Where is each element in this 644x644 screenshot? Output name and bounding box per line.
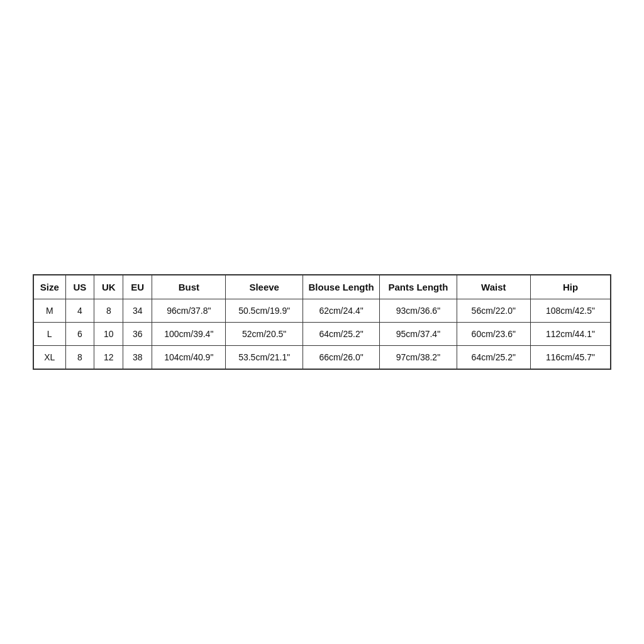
- cell-bust-row2: 104cm/40.9": [152, 346, 226, 370]
- header-uk: UK: [94, 275, 123, 299]
- header-us: US: [65, 275, 94, 299]
- cell-blouse_length-row1: 64cm/25.2": [303, 323, 379, 346]
- cell-pants_length-row2: 97cm/38.2": [380, 346, 457, 370]
- cell-uk-row1: 10: [94, 323, 123, 346]
- header-hip: Hip: [530, 275, 611, 299]
- cell-size-row1: L: [33, 323, 65, 346]
- cell-waist-row1: 60cm/23.6": [457, 323, 530, 346]
- size-chart-container: Size US UK EU Bust Sleeve Blouse Length …: [33, 274, 611, 370]
- cell-waist-row0: 56cm/22.0": [457, 299, 530, 323]
- size-chart-table: Size US UK EU Bust Sleeve Blouse Length …: [33, 274, 611, 370]
- cell-hip-row1: 112cm/44.1": [530, 323, 611, 346]
- cell-pants_length-row0: 93cm/36.6": [380, 299, 457, 323]
- cell-waist-row2: 64cm/25.2": [457, 346, 530, 370]
- header-size: Size: [33, 275, 65, 299]
- cell-size-row0: M: [33, 299, 65, 323]
- cell-eu-row1: 36: [123, 323, 152, 346]
- header-eu: EU: [123, 275, 152, 299]
- header-bust: Bust: [152, 275, 226, 299]
- table-row: XL81238104cm/40.9"53.5cm/21.1"66cm/26.0"…: [33, 346, 611, 370]
- header-blouse-length: Blouse Length: [303, 275, 379, 299]
- header-sleeve: Sleeve: [226, 275, 303, 299]
- cell-eu-row0: 34: [123, 299, 152, 323]
- cell-us-row2: 8: [65, 346, 94, 370]
- cell-eu-row2: 38: [123, 346, 152, 370]
- cell-blouse_length-row2: 66cm/26.0": [303, 346, 379, 370]
- cell-us-row1: 6: [65, 323, 94, 346]
- header-pants-length: Pants Length: [380, 275, 457, 299]
- cell-uk-row2: 12: [94, 346, 123, 370]
- cell-sleeve-row1: 52cm/20.5": [226, 323, 303, 346]
- cell-size-row2: XL: [33, 346, 65, 370]
- header-row: Size US UK EU Bust Sleeve Blouse Length …: [33, 275, 611, 299]
- header-waist: Waist: [457, 275, 530, 299]
- cell-uk-row0: 8: [94, 299, 123, 323]
- cell-us-row0: 4: [65, 299, 94, 323]
- cell-hip-row0: 108cm/42.5": [530, 299, 611, 323]
- cell-pants_length-row1: 95cm/37.4": [380, 323, 457, 346]
- table-row: L61036100cm/39.4"52cm/20.5"64cm/25.2"95c…: [33, 323, 611, 346]
- cell-bust-row1: 100cm/39.4": [152, 323, 226, 346]
- cell-blouse_length-row0: 62cm/24.4": [303, 299, 379, 323]
- cell-hip-row2: 116cm/45.7": [530, 346, 611, 370]
- table-row: M483496cm/37.8"50.5cm/19.9"62cm/24.4"93c…: [33, 299, 611, 323]
- cell-sleeve-row2: 53.5cm/21.1": [226, 346, 303, 370]
- cell-bust-row0: 96cm/37.8": [152, 299, 226, 323]
- cell-sleeve-row0: 50.5cm/19.9": [226, 299, 303, 323]
